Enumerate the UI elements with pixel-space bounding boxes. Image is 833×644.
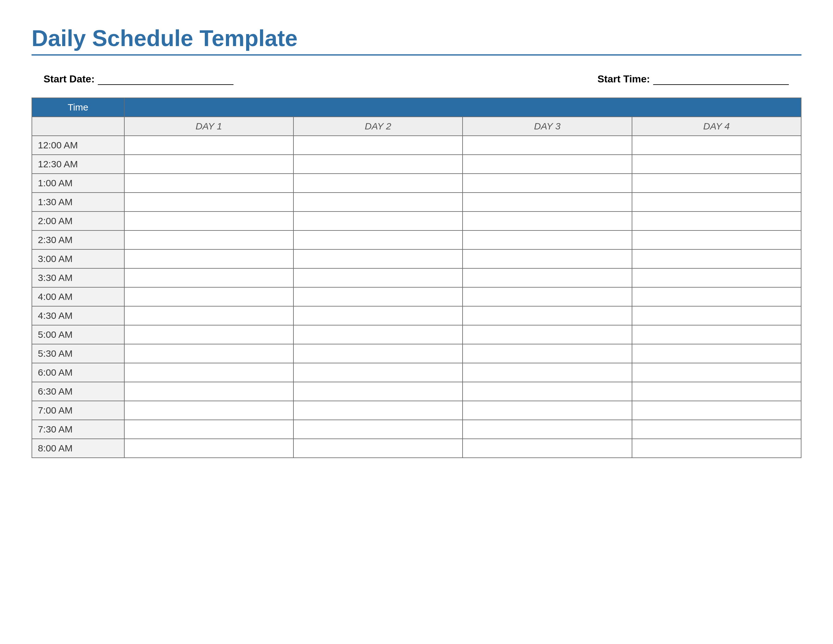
schedule-slot[interactable] (293, 306, 463, 325)
table-head: Time DAY 1 DAY 2 DAY 3 DAY 4 (32, 98, 801, 136)
table-row: 6:30 AM (32, 382, 801, 401)
schedule-slot[interactable] (293, 363, 463, 382)
schedule-slot[interactable] (124, 155, 293, 174)
schedule-slot[interactable] (463, 306, 632, 325)
schedule-slot[interactable] (463, 363, 632, 382)
schedule-slot[interactable] (463, 250, 632, 268)
table-row: 4:00 AM (32, 287, 801, 306)
schedule-slot[interactable] (293, 420, 463, 439)
schedule-slot[interactable] (463, 155, 632, 174)
schedule-slot[interactable] (293, 287, 463, 306)
header-row: Time (32, 98, 801, 117)
schedule-slot[interactable] (124, 268, 293, 287)
time-cell: 5:00 AM (32, 325, 124, 344)
schedule-slot[interactable] (632, 420, 801, 439)
schedule-slot[interactable] (124, 382, 293, 401)
schedule-slot[interactable] (632, 382, 801, 401)
schedule-slot[interactable] (124, 287, 293, 306)
schedule-slot[interactable] (632, 250, 801, 268)
time-cell: 7:30 AM (32, 420, 124, 439)
schedule-slot[interactable] (632, 287, 801, 306)
schedule-slot[interactable] (632, 325, 801, 344)
header-blank-span (124, 98, 801, 117)
time-cell: 2:00 AM (32, 211, 124, 230)
table-row: 7:30 AM (32, 420, 801, 439)
schedule-slot[interactable] (463, 230, 632, 250)
schedule-slot[interactable] (124, 401, 293, 420)
schedule-slot[interactable] (124, 211, 293, 230)
time-cell: 7:00 AM (32, 401, 124, 420)
days-row-corner (32, 117, 124, 136)
schedule-slot[interactable] (293, 401, 463, 420)
start-time-field: Start Time: (597, 73, 789, 85)
page-title: Daily Schedule Template (32, 25, 801, 56)
schedule-slot[interactable] (632, 230, 801, 250)
schedule-slot[interactable] (463, 174, 632, 193)
schedule-slot[interactable] (293, 325, 463, 344)
schedule-slot[interactable] (632, 344, 801, 363)
schedule-slot[interactable] (463, 287, 632, 306)
schedule-slot[interactable] (293, 193, 463, 211)
schedule-slot[interactable] (293, 439, 463, 458)
schedule-slot[interactable] (293, 155, 463, 174)
schedule-slot[interactable] (632, 439, 801, 458)
schedule-slot[interactable] (124, 193, 293, 211)
day-2-header: DAY 2 (293, 117, 463, 136)
time-cell: 3:00 AM (32, 250, 124, 268)
schedule-slot[interactable] (124, 363, 293, 382)
table-row: 1:30 AM (32, 193, 801, 211)
schedule-slot[interactable] (632, 363, 801, 382)
schedule-slot[interactable] (632, 136, 801, 155)
schedule-slot[interactable] (124, 174, 293, 193)
table-row: 8:00 AM (32, 439, 801, 458)
schedule-slot[interactable] (463, 268, 632, 287)
schedule-slot[interactable] (293, 268, 463, 287)
schedule-slot[interactable] (463, 325, 632, 344)
schedule-slot[interactable] (293, 136, 463, 155)
schedule-slot[interactable] (124, 325, 293, 344)
table-row: 4:30 AM (32, 306, 801, 325)
schedule-slot[interactable] (463, 136, 632, 155)
schedule-slot[interactable] (463, 401, 632, 420)
schedule-slot[interactable] (124, 344, 293, 363)
time-cell: 1:30 AM (32, 193, 124, 211)
schedule-slot[interactable] (124, 136, 293, 155)
schedule-slot[interactable] (632, 211, 801, 230)
schedule-slot[interactable] (632, 193, 801, 211)
schedule-slot[interactable] (632, 306, 801, 325)
time-column-header: Time (32, 98, 124, 117)
start-date-input-line[interactable] (98, 76, 233, 85)
schedule-slot[interactable] (124, 439, 293, 458)
day-4-header: DAY 4 (632, 117, 801, 136)
schedule-table: Time DAY 1 DAY 2 DAY 3 DAY 4 12:00 AM12:… (32, 98, 801, 458)
table-row: 3:30 AM (32, 268, 801, 287)
meta-row: Start Date: Start Time: (43, 73, 789, 85)
table-row: 2:00 AM (32, 211, 801, 230)
schedule-slot[interactable] (463, 344, 632, 363)
schedule-slot[interactable] (463, 382, 632, 401)
schedule-slot[interactable] (632, 155, 801, 174)
start-date-field: Start Date: (43, 73, 233, 85)
schedule-slot[interactable] (463, 211, 632, 230)
table-row: 5:30 AM (32, 344, 801, 363)
schedule-slot[interactable] (463, 420, 632, 439)
schedule-slot[interactable] (293, 174, 463, 193)
schedule-slot[interactable] (293, 250, 463, 268)
schedule-slot[interactable] (293, 344, 463, 363)
schedule-slot[interactable] (293, 382, 463, 401)
schedule-slot[interactable] (124, 420, 293, 439)
schedule-slot[interactable] (632, 268, 801, 287)
schedule-slot[interactable] (293, 211, 463, 230)
schedule-slot[interactable] (632, 174, 801, 193)
start-time-input-line[interactable] (653, 76, 789, 85)
schedule-slot[interactable] (124, 230, 293, 250)
schedule-slot[interactable] (124, 250, 293, 268)
time-cell: 4:30 AM (32, 306, 124, 325)
time-cell: 5:30 AM (32, 344, 124, 363)
table-row: 7:00 AM (32, 401, 801, 420)
schedule-slot[interactable] (632, 401, 801, 420)
schedule-slot[interactable] (463, 193, 632, 211)
schedule-slot[interactable] (124, 306, 293, 325)
schedule-slot[interactable] (293, 230, 463, 250)
schedule-slot[interactable] (463, 439, 632, 458)
